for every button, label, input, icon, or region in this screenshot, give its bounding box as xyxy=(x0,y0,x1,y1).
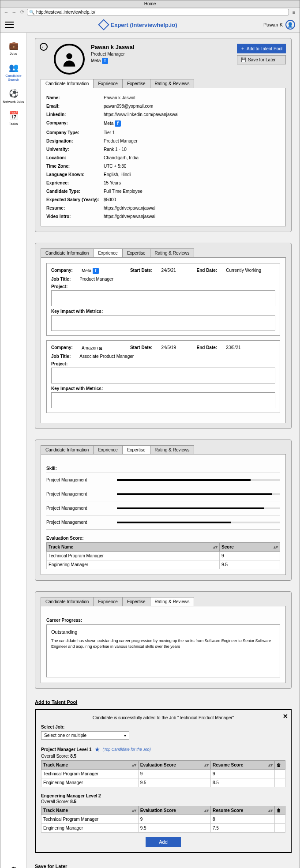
skill-bar xyxy=(117,507,280,509)
sort-icon: ▴▾ xyxy=(213,545,218,549)
table-header[interactable]: Track Name▴▾ xyxy=(41,806,139,815)
review-headline: Outstanding xyxy=(51,629,275,635)
tab-exprience[interactable]: Exprience xyxy=(93,445,122,454)
top-candidate-label: (Top Candidate for the Job) xyxy=(103,747,151,752)
amazon-icon: a xyxy=(99,345,105,351)
sidebar-item-candidate-search[interactable]: 👥Candidate Search xyxy=(0,59,26,85)
sidebar-item-network-jobs[interactable]: ⚽Network Jobs xyxy=(2,85,25,107)
user-chip[interactable]: Pawan K 👤 xyxy=(263,20,295,30)
tab-rating-reviews[interactable]: Rating & Reviews xyxy=(150,79,195,88)
tab-rating-reviews[interactable]: Rating & Reviews xyxy=(150,248,195,257)
career-progress-label: Career Progress: xyxy=(46,618,280,623)
star-icon: ★ xyxy=(94,746,100,753)
gear-icon: ⚙ xyxy=(10,865,17,868)
tab-candidate-information[interactable]: Candidate Information xyxy=(41,445,94,454)
add-talent-pool-button[interactable]: ＋Add to Talent Pool xyxy=(237,44,286,53)
tab-candidate-information[interactable]: Candidate Information xyxy=(41,79,94,88)
hamburger-icon[interactable] xyxy=(5,22,14,28)
overall-score: Overall Score: 8.5 xyxy=(41,799,285,804)
tab-expertise[interactable]: Expertise xyxy=(122,597,150,606)
reload-btn[interactable]: ⟳ xyxy=(19,9,25,15)
sort-icon: ▴▾ xyxy=(132,808,136,813)
info-label: Email: xyxy=(46,104,104,109)
job-select[interactable]: Select one or multiple▾ xyxy=(41,731,129,740)
info-label: Company Type: xyxy=(46,130,104,135)
tab-candidate-information[interactable]: Candidate Information xyxy=(41,248,94,257)
info-value: pawan098@yopmail.com xyxy=(104,104,280,109)
impact-label: Key Impact with Metrics: xyxy=(51,309,275,314)
info-value: Product Manager xyxy=(104,139,280,143)
skill-bar xyxy=(117,493,280,495)
tab-exprience[interactable]: Exprience xyxy=(93,248,122,257)
sidebar-item-settings[interactable]: ⚙Settings xyxy=(6,861,21,868)
brand: Expert (Interviewhelp.io) xyxy=(14,21,263,29)
user-avatar-icon: 👤 xyxy=(285,20,295,30)
info-label: Expected Salary (Yearly): xyxy=(46,197,104,202)
sort-icon: ▴▾ xyxy=(268,808,273,813)
info-label: Time Zone: xyxy=(46,164,104,169)
skill-heading: Skill: xyxy=(46,466,280,471)
url-input[interactable] xyxy=(36,10,287,15)
facebook-icon: f xyxy=(115,120,121,127)
table-row: Technical Program Manager98 xyxy=(41,815,285,824)
table-row: Enginering Manager9.58.5 xyxy=(41,778,285,787)
tab-candidate-information[interactable]: Candidate Information xyxy=(41,597,94,606)
info-label: University: xyxy=(46,147,104,152)
close-icon[interactable]: ✕ xyxy=(283,713,288,720)
impact-input[interactable] xyxy=(51,315,275,331)
impact-input[interactable] xyxy=(51,392,275,408)
forward-btn[interactable]: → xyxy=(11,9,17,15)
info-label: Exprience: xyxy=(46,180,104,185)
info-value: Pawan k Jaswal xyxy=(104,95,280,100)
info-value: https://gdrive/pawanjaswal xyxy=(104,214,280,219)
save-icon: 💾 xyxy=(241,57,246,62)
table-header[interactable]: Track Name▴▾ xyxy=(41,761,139,770)
add-talent-pool-heading: Add to Talent Pool xyxy=(35,699,292,705)
table-header[interactable]: Resume Score▴▾ xyxy=(210,806,274,815)
table-header[interactable]: Track Name▴▾ xyxy=(47,543,220,552)
table-header[interactable]: Resume Score▴▾ xyxy=(210,761,274,770)
job-name: Engenering Manager Level 2 xyxy=(41,793,101,798)
table-header[interactable]: Evaluation Score▴▾ xyxy=(138,806,210,815)
facebook-icon: f xyxy=(93,268,99,274)
info-value: Tier 1 xyxy=(104,130,280,135)
trash-icon[interactable]: 🗑 xyxy=(277,763,281,767)
sidebar-item-tasks[interactable]: 📅Tasks xyxy=(8,107,19,129)
info-value: Rank 1 - 10 xyxy=(104,147,280,152)
info-value: Meta f xyxy=(104,120,280,127)
menu-btn[interactable]: ≡ xyxy=(291,9,297,15)
job-name: Project Manager Level 1 xyxy=(41,747,92,752)
review-body: The candidate has shown outstanding care… xyxy=(51,638,275,649)
tab-expertise[interactable]: Expertise xyxy=(122,79,150,88)
plus-icon: ＋ xyxy=(240,45,245,52)
tab-exprience[interactable]: Exprience xyxy=(93,597,122,606)
table-header[interactable]: Evaluation Score▴▾ xyxy=(138,761,210,770)
sidebar-item-jobs[interactable]: 💼Jobs xyxy=(8,37,19,59)
add-button[interactable]: Add xyxy=(146,837,181,847)
success-message: Candidate is successfully added to the J… xyxy=(41,715,285,720)
candidate-role: Product Manager xyxy=(91,52,231,56)
skill-name: Project Management xyxy=(46,492,117,496)
tab-rating-reviews[interactable]: Rating & Reviews xyxy=(150,445,195,454)
project-input[interactable] xyxy=(51,368,275,383)
save-for-later-button[interactable]: 💾Save for Later xyxy=(237,55,286,64)
svg-point-0 xyxy=(66,53,72,59)
skill-name: Project Management xyxy=(46,520,117,525)
back-icon[interactable]: ← xyxy=(40,43,48,51)
sort-icon: ▴▾ xyxy=(132,763,136,767)
tab-exprience[interactable]: Exprience xyxy=(93,79,122,88)
skill-name: Project Management xyxy=(46,477,117,482)
info-value: Chandigarh, India xyxy=(104,155,280,160)
project-input[interactable] xyxy=(51,290,275,306)
back-btn[interactable]: ← xyxy=(3,9,9,15)
skill-name: Project Management xyxy=(46,506,117,511)
info-label: Company: xyxy=(46,120,104,127)
chevron-down-icon: ▾ xyxy=(124,733,126,738)
group-icon: 👥 xyxy=(9,63,19,72)
eval-score-heading: Evaluation Score: xyxy=(46,536,280,541)
tab-rating-reviews[interactable]: Rating & Reviews xyxy=(150,597,195,606)
tab-expertise[interactable]: Expertise xyxy=(122,248,150,257)
trash-icon[interactable]: 🗑 xyxy=(277,808,281,813)
tab-expertise[interactable]: Expertise xyxy=(122,445,150,454)
table-header[interactable]: Score▴▾ xyxy=(220,543,280,552)
